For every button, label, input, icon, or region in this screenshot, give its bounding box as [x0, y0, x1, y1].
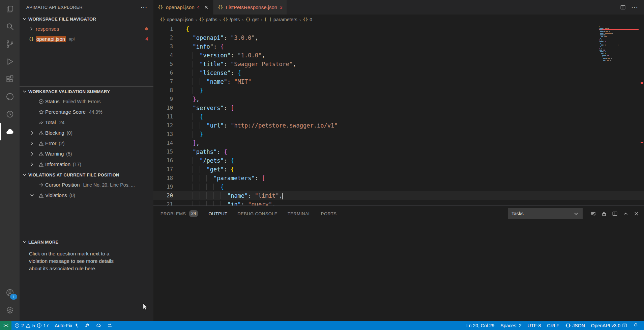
activity-item-source-control-icon[interactable] — [0, 35, 20, 53]
overview-ruler[interactable] — [640, 25, 644, 205]
code-line[interactable]: 21 "in": "query", — [153, 200, 644, 205]
minimap[interactable] — [599, 26, 639, 61]
minimap-seg — [606, 31, 608, 32]
validation-summary-header[interactable]: WORKSPACE VALIDATION SUMMARY — [20, 87, 153, 96]
code-line[interactable]: 5 "title": "Swagger Petstore", — [153, 60, 644, 68]
activity-item-files-icon[interactable] — [0, 0, 20, 18]
maximize-panel-icon[interactable] — [623, 211, 628, 217]
close-icon[interactable] — [204, 5, 209, 10]
file-navigator-item-responses[interactable]: responses — [20, 24, 153, 34]
activity-item-github-icon[interactable] — [0, 88, 20, 105]
encoding-status[interactable]: UTF-8 — [525, 321, 544, 330]
problems-status[interactable]: 2 5 17 — [11, 321, 52, 330]
openapi-version-status[interactable]: OpenAPI v3.0 — [588, 321, 630, 330]
code-line[interactable]: 12 "url": "http://petstore.swagger.io/v1… — [153, 121, 644, 130]
auto-fix-button[interactable]: Auto-Fix — [52, 321, 82, 330]
code-line[interactable]: 14 ], — [153, 139, 644, 147]
row-error[interactable]: Error(2) — [20, 138, 153, 148]
more-actions-icon[interactable]: ⋯ — [631, 6, 638, 9]
clear-output-icon[interactable] — [590, 211, 596, 217]
row-violations[interactable]: Violations(0) — [20, 190, 153, 200]
breadcrumb-item--pets[interactable]: {}/pets — [223, 17, 241, 22]
code-line[interactable]: 4 "version": "1.0.0", — [153, 51, 644, 60]
file-navigator-items: responses{}openapi.jsonapi4 — [20, 24, 153, 44]
row-cursor-position[interactable]: Cursor PositionLine No. 20, Line Pos. ..… — [20, 180, 153, 190]
code-line[interactable]: 18 "parameters": [ — [153, 174, 644, 183]
panel-tab-problems[interactable]: PROBLEMS24 — [160, 206, 198, 221]
language-mode-status[interactable]: {} JSON — [562, 321, 588, 330]
activity-item-extensions-icon[interactable] — [0, 70, 20, 88]
output-channel-select[interactable]: Tasks — [508, 208, 583, 219]
row-label: Status — [45, 99, 60, 104]
file-navigator-header[interactable]: WORKSPACE FILE NAVIGATOR — [20, 14, 153, 24]
indent-guide — [186, 61, 193, 67]
indent-guide — [186, 175, 193, 182]
code-line[interactable]: 11 { — [153, 112, 644, 121]
activity-item-account-icon[interactable]: 1 — [0, 284, 20, 301]
eol-status[interactable]: CRLF — [544, 321, 562, 330]
cloud-sync-button[interactable] — [93, 321, 104, 330]
code-line[interactable]: 10 "servers": [ — [153, 104, 644, 112]
row-blocking[interactable]: Blocking(0) — [20, 128, 153, 138]
code-line[interactable]: 20 "name": "limit", — [153, 191, 644, 200]
breadcrumb-item-get[interactable]: {}get — [245, 17, 259, 22]
file-navigator-item-openapi-json[interactable]: {}openapi.jsonapi4 — [20, 34, 153, 44]
breadcrumb-item-openapi-json[interactable]: {}openapi.json — [159, 17, 194, 22]
split-editor-icon[interactable] — [620, 4, 626, 10]
token: : — [227, 78, 234, 85]
code-line[interactable]: 6 "license": { — [153, 68, 644, 77]
tools-button[interactable] — [82, 321, 93, 330]
code-line[interactable]: 8 } — [153, 86, 644, 95]
row-total[interactable]: Total24 — [20, 117, 153, 128]
line-number: 12 — [153, 121, 173, 130]
panel-tab-terminal[interactable]: TERMINAL — [288, 206, 311, 221]
violations-header[interactable]: VIOLATIONS AT CURRENT FILE POSITION — [20, 170, 153, 180]
activity-item-run-debug-icon[interactable] — [0, 53, 20, 70]
code-line[interactable]: 17 "get": { — [153, 165, 644, 174]
code-line[interactable]: 2 "openapi": "3.0.0", — [153, 33, 644, 42]
token: { — [200, 113, 203, 120]
wrench-icon — [85, 323, 90, 328]
editor-tab-openapi-json[interactable]: {}openapi.json4 — [153, 0, 213, 15]
breadcrumb-item-0[interactable]: {}0 — [302, 17, 313, 22]
code-line[interactable]: 19 { — [153, 183, 644, 191]
sync-button[interactable] — [104, 321, 115, 330]
row-status[interactable]: StatusFailed With Errors — [20, 96, 153, 107]
activity-item-search-icon[interactable] — [0, 18, 20, 35]
breadcrumb-item-parameters[interactable]: [ ]parameters — [264, 17, 298, 22]
token: , — [196, 140, 200, 146]
symbol-icon: {} — [245, 17, 250, 22]
learn-more-header[interactable]: LEARN MORE — [20, 237, 153, 247]
close-panel-icon[interactable] — [634, 211, 639, 217]
panel-tab-debug-console[interactable]: DEBUG CONSOLE — [237, 206, 277, 221]
code-editor[interactable]: 1{2 "openapi": "3.0.0",3 "info": {4 "ver… — [153, 25, 644, 205]
code-line[interactable]: 9 }, — [153, 95, 644, 104]
code-line[interactable]: 15 "paths": { — [153, 147, 644, 156]
indent-guide — [186, 166, 193, 173]
code-line[interactable]: 3 "info": { — [153, 42, 644, 51]
code-line[interactable]: 16 "/pets": { — [153, 156, 644, 165]
more-actions-icon[interactable]: ⋯ — [141, 5, 147, 9]
editor-tab-listpetsresponse-json[interactable]: {}ListPetsResponse.json3 — [213, 0, 287, 15]
code-line[interactable]: 1{ — [153, 25, 644, 33]
lock-icon[interactable] — [601, 211, 607, 217]
row-warning[interactable]: Warning(5) — [20, 148, 153, 159]
panel-tab-ports[interactable]: PORTS — [321, 206, 337, 221]
cursor-position-status[interactable]: Ln 20, Col 29 — [463, 321, 497, 330]
panel-tab-output[interactable]: OUTPUT — [208, 206, 227, 221]
activity-item-cloud-icon[interactable] — [0, 123, 20, 140]
open-in-editor-icon[interactable] — [612, 211, 618, 217]
code-line[interactable]: 13 } — [153, 130, 644, 139]
code-line[interactable]: 7 "name": "MIT" — [153, 77, 644, 86]
activity-item-settings-gear-icon[interactable] — [0, 301, 20, 319]
indentation-status[interactable]: Spaces: 2 — [497, 321, 524, 330]
breadcrumb-separator-icon: › — [219, 17, 221, 23]
notifications-bell[interactable] — [630, 321, 641, 330]
breadcrumb-label: get — [252, 17, 259, 22]
remote-indicator[interactable]: >< — [0, 321, 11, 330]
row-information[interactable]: Information(17) — [20, 159, 153, 169]
row-percentage-score[interactable]: Percentage Score44.9% — [20, 107, 153, 117]
breadcrumb-item-paths[interactable]: {}paths — [199, 17, 218, 22]
activity-item-history-icon[interactable] — [0, 105, 20, 123]
chevron-slot — [29, 141, 37, 146]
